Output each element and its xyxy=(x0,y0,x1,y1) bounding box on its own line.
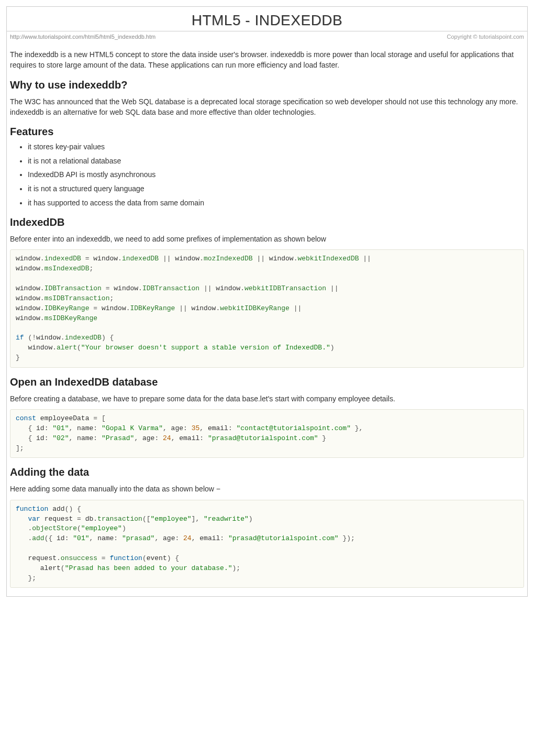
open-body: Before creating a database, we have to p… xyxy=(10,393,524,404)
features-heading: Features xyxy=(10,126,524,138)
indexeddb-heading: IndexedDB xyxy=(10,216,524,228)
meta-row: http://www.tutorialspoint.com/html5/html… xyxy=(7,31,527,44)
adding-body: Here adding some data manually into the … xyxy=(10,484,524,494)
list-item: it is not a structured query language xyxy=(28,184,524,194)
open-heading: Open an IndexedDB database xyxy=(10,376,524,388)
why-heading: Why to use indexeddb? xyxy=(10,79,524,91)
adding-code-block: function add() { var request = db.transa… xyxy=(10,500,524,588)
content-area: The indexeddb is a new HTML5 concept to … xyxy=(7,49,527,596)
list-item: it stores key-pair values xyxy=(28,142,524,152)
document-page: HTML5 - INDEXEDDB http://www.tutorialspo… xyxy=(6,6,528,597)
page-title: HTML5 - INDEXEDDB xyxy=(16,12,518,29)
intro-paragraph: The indexeddb is a new HTML5 concept to … xyxy=(10,49,524,71)
list-item: IndexedDB API is mostly asynchronous xyxy=(28,170,524,180)
title-section: HTML5 - INDEXEDDB xyxy=(7,7,527,31)
indexeddb-code-block: window.indexedDB = window.indexedDB || w… xyxy=(10,249,524,367)
list-item: it is not a relational database xyxy=(28,156,524,167)
indexeddb-body: Before enter into an indexeddb, we need … xyxy=(10,234,524,244)
open-code-block: const employeeData = [ { id: "01", name:… xyxy=(10,409,524,458)
list-item: it has supported to access the data from… xyxy=(28,198,524,209)
why-body: The W3C has announced that the Web SQL d… xyxy=(10,96,524,118)
page-url: http://www.tutorialspoint.com/html5/html… xyxy=(10,34,155,40)
copyright-text: Copyright © tutorialspoint.com xyxy=(447,34,524,40)
adding-heading: Adding the data xyxy=(10,466,524,478)
features-list: it stores key-pair values it is not a re… xyxy=(28,142,524,208)
